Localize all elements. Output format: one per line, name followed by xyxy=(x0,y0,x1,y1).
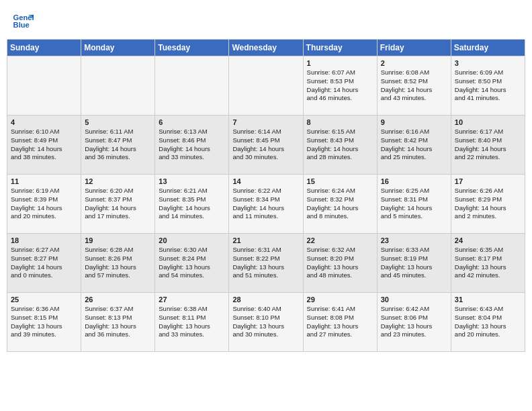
cell-info: Sunrise: 6:36 AM Sunset: 8:15 PM Dayligh… xyxy=(11,305,77,339)
calendar-cell: 20Sunrise: 6:30 AM Sunset: 8:24 PM Dayli… xyxy=(155,234,229,293)
logo-icon: General Blue xyxy=(12,9,34,31)
cell-info: Sunrise: 6:15 AM Sunset: 8:43 PM Dayligh… xyxy=(307,128,373,162)
cell-info: Sunrise: 6:11 AM Sunset: 8:47 PM Dayligh… xyxy=(85,128,151,162)
day-number: 7 xyxy=(232,118,299,126)
svg-text:Blue: Blue xyxy=(13,21,30,29)
weekday-label: Thursday xyxy=(303,40,377,56)
day-number: 2 xyxy=(381,59,447,67)
day-number: 11 xyxy=(11,177,77,185)
day-number: 29 xyxy=(307,295,373,304)
calendar-cell: 15Sunrise: 6:24 AM Sunset: 8:32 PM Dayli… xyxy=(303,175,377,234)
day-number: 23 xyxy=(381,236,447,244)
cell-info: Sunrise: 6:38 AM Sunset: 8:11 PM Dayligh… xyxy=(159,305,225,339)
calendar-cell: 8Sunrise: 6:15 AM Sunset: 8:43 PM Daylig… xyxy=(303,116,377,175)
calendar-cell: 26Sunrise: 6:37 AM Sunset: 8:13 PM Dayli… xyxy=(81,293,155,352)
weekday-header-row: SundayMondayTuesdayWednesdayThursdayFrid… xyxy=(7,40,525,56)
day-number: 10 xyxy=(455,118,521,126)
calendar-cell: 13Sunrise: 6:21 AM Sunset: 8:35 PM Dayli… xyxy=(155,175,229,234)
day-number: 8 xyxy=(307,118,373,126)
calendar-cell: 11Sunrise: 6:19 AM Sunset: 8:39 PM Dayli… xyxy=(7,175,81,234)
day-number: 4 xyxy=(11,118,77,126)
calendar-cell: 18Sunrise: 6:27 AM Sunset: 8:27 PM Dayli… xyxy=(7,234,81,293)
day-number: 21 xyxy=(232,236,299,244)
svg-text:General: General xyxy=(13,13,34,21)
calendar-cell: 7Sunrise: 6:14 AM Sunset: 8:45 PM Daylig… xyxy=(229,116,303,175)
day-number: 16 xyxy=(381,177,447,185)
cell-info: Sunrise: 6:32 AM Sunset: 8:20 PM Dayligh… xyxy=(307,246,373,280)
cell-info: Sunrise: 6:13 AM Sunset: 8:46 PM Dayligh… xyxy=(159,128,225,162)
calendar-cell: 14Sunrise: 6:22 AM Sunset: 8:34 PM Dayli… xyxy=(229,175,303,234)
cell-info: Sunrise: 6:08 AM Sunset: 8:52 PM Dayligh… xyxy=(381,68,447,103)
cell-info: Sunrise: 6:31 AM Sunset: 8:22 PM Dayligh… xyxy=(232,246,299,280)
cell-info: Sunrise: 6:07 AM Sunset: 8:53 PM Dayligh… xyxy=(307,68,373,103)
calendar-cell: 30Sunrise: 6:42 AM Sunset: 8:06 PM Dayli… xyxy=(377,293,451,352)
calendar-cell: 3Sunrise: 6:09 AM Sunset: 8:50 PM Daylig… xyxy=(451,56,525,116)
calendar-cell xyxy=(81,56,155,116)
day-number: 20 xyxy=(159,236,225,244)
calendar-cell: 5Sunrise: 6:11 AM Sunset: 8:47 PM Daylig… xyxy=(81,116,155,175)
calendar-cell: 4Sunrise: 6:10 AM Sunset: 8:49 PM Daylig… xyxy=(7,116,81,175)
day-number: 22 xyxy=(307,236,373,244)
cell-info: Sunrise: 6:14 AM Sunset: 8:45 PM Dayligh… xyxy=(232,128,299,162)
calendar-week-row: 11Sunrise: 6:19 AM Sunset: 8:39 PM Dayli… xyxy=(7,175,525,234)
cell-info: Sunrise: 6:33 AM Sunset: 8:19 PM Dayligh… xyxy=(381,246,447,280)
calendar-week-row: 18Sunrise: 6:27 AM Sunset: 8:27 PM Dayli… xyxy=(7,234,525,293)
cell-info: Sunrise: 6:42 AM Sunset: 8:06 PM Dayligh… xyxy=(381,305,447,339)
cell-info: Sunrise: 6:24 AM Sunset: 8:32 PM Dayligh… xyxy=(307,187,373,221)
day-number: 30 xyxy=(381,295,447,304)
calendar-cell: 1Sunrise: 6:07 AM Sunset: 8:53 PM Daylig… xyxy=(303,56,377,116)
calendar-cell: 2Sunrise: 6:08 AM Sunset: 8:52 PM Daylig… xyxy=(377,56,451,116)
day-number: 26 xyxy=(85,295,151,304)
cell-info: Sunrise: 6:25 AM Sunset: 8:31 PM Dayligh… xyxy=(381,187,447,221)
day-number: 31 xyxy=(455,295,521,304)
day-number: 6 xyxy=(159,118,225,126)
day-number: 9 xyxy=(381,118,447,126)
day-number: 15 xyxy=(307,177,373,185)
cell-info: Sunrise: 6:20 AM Sunset: 8:37 PM Dayligh… xyxy=(85,187,151,221)
cell-info: Sunrise: 6:21 AM Sunset: 8:35 PM Dayligh… xyxy=(159,187,225,221)
cell-info: Sunrise: 6:10 AM Sunset: 8:49 PM Dayligh… xyxy=(11,128,77,162)
cell-info: Sunrise: 6:43 AM Sunset: 8:04 PM Dayligh… xyxy=(455,305,521,339)
calendar-cell: 9Sunrise: 6:16 AM Sunset: 8:42 PM Daylig… xyxy=(377,116,451,175)
calendar-cell: 6Sunrise: 6:13 AM Sunset: 8:46 PM Daylig… xyxy=(155,116,229,175)
calendar-cell: 19Sunrise: 6:28 AM Sunset: 8:26 PM Dayli… xyxy=(81,234,155,293)
cell-info: Sunrise: 6:35 AM Sunset: 8:17 PM Dayligh… xyxy=(455,246,521,280)
cell-info: Sunrise: 6:41 AM Sunset: 8:08 PM Dayligh… xyxy=(307,305,373,339)
cell-info: Sunrise: 6:16 AM Sunset: 8:42 PM Dayligh… xyxy=(381,128,447,162)
day-number: 28 xyxy=(232,295,299,304)
day-number: 14 xyxy=(232,177,299,185)
cell-info: Sunrise: 6:28 AM Sunset: 8:26 PM Dayligh… xyxy=(85,246,151,280)
calendar-table: SundayMondayTuesdayWednesdayThursdayFrid… xyxy=(7,39,525,352)
cell-info: Sunrise: 6:09 AM Sunset: 8:50 PM Dayligh… xyxy=(455,68,521,103)
day-number: 5 xyxy=(85,118,151,126)
day-number: 13 xyxy=(159,177,225,185)
weekday-label: Tuesday xyxy=(155,40,229,56)
day-number: 3 xyxy=(455,59,521,67)
calendar-cell: 21Sunrise: 6:31 AM Sunset: 8:22 PM Dayli… xyxy=(229,234,303,293)
calendar-cell: 22Sunrise: 6:32 AM Sunset: 8:20 PM Dayli… xyxy=(303,234,377,293)
day-number: 12 xyxy=(85,177,151,185)
calendar-cell: 12Sunrise: 6:20 AM Sunset: 8:37 PM Dayli… xyxy=(81,175,155,234)
day-number: 17 xyxy=(455,177,521,185)
logo: General Blue xyxy=(12,9,34,31)
calendar-cell: 29Sunrise: 6:41 AM Sunset: 8:08 PM Dayli… xyxy=(303,293,377,352)
day-number: 27 xyxy=(159,295,225,304)
calendar-week-row: 25Sunrise: 6:36 AM Sunset: 8:15 PM Dayli… xyxy=(7,293,525,352)
cell-info: Sunrise: 6:26 AM Sunset: 8:29 PM Dayligh… xyxy=(455,187,521,221)
calendar-cell xyxy=(155,56,229,116)
calendar-cell xyxy=(7,56,81,116)
day-number: 25 xyxy=(11,295,77,304)
weekday-label: Friday xyxy=(377,40,451,56)
calendar-cell: 24Sunrise: 6:35 AM Sunset: 8:17 PM Dayli… xyxy=(451,234,525,293)
weekday-label: Wednesday xyxy=(229,40,303,56)
calendar-cell: 27Sunrise: 6:38 AM Sunset: 8:11 PM Dayli… xyxy=(155,293,229,352)
cell-info: Sunrise: 6:40 AM Sunset: 8:10 PM Dayligh… xyxy=(232,305,299,339)
calendar-cell xyxy=(229,56,303,116)
calendar-cell: 28Sunrise: 6:40 AM Sunset: 8:10 PM Dayli… xyxy=(229,293,303,352)
cell-info: Sunrise: 6:17 AM Sunset: 8:40 PM Dayligh… xyxy=(455,128,521,162)
weekday-label: Sunday xyxy=(7,40,81,56)
calendar-cell: 10Sunrise: 6:17 AM Sunset: 8:40 PM Dayli… xyxy=(451,116,525,175)
cell-info: Sunrise: 6:22 AM Sunset: 8:34 PM Dayligh… xyxy=(232,187,299,221)
calendar-body: 1Sunrise: 6:07 AM Sunset: 8:53 PM Daylig… xyxy=(7,56,525,352)
day-number: 18 xyxy=(11,236,77,244)
